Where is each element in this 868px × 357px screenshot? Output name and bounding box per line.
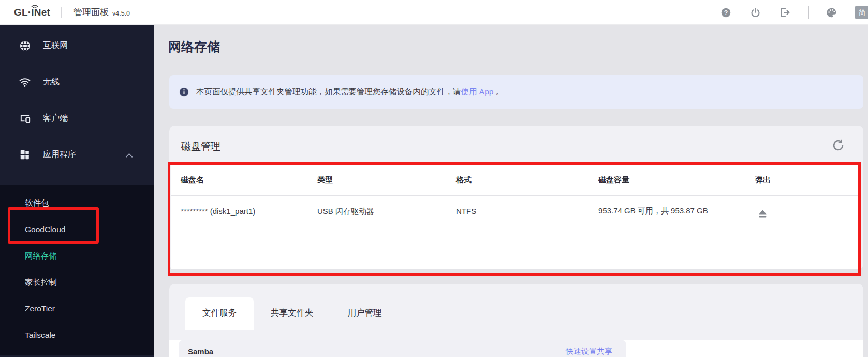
disk-format-cell: NTFS [456, 207, 598, 221]
sidebar-item-internet[interactable]: 互联网 [0, 27, 154, 64]
storage-services-card: 文件服务 共享文件夹 用户管理 Samba 快速设置共享 [169, 284, 863, 357]
devices-icon [19, 112, 31, 124]
language-button[interactable]: 简 [855, 6, 868, 19]
sidebar-nav: 互联网 无线 客户端 应用程序 软件包 GoodCloud 网 [0, 25, 154, 357]
col-header-type: 类型 [317, 175, 456, 185]
disk-table-header: 磁盘名 类型 格式 磁盘容量 弹出 [171, 165, 858, 196]
banner-text-before: 本页面仅提供共享文件夹管理功能，如果需要管理您存储设备内的文件，请 [196, 87, 461, 96]
svg-text:?: ? [724, 9, 727, 16]
tab-shared-folders[interactable]: 共享文件夹 [254, 297, 331, 330]
tab-file-services[interactable]: 文件服务 [185, 297, 254, 330]
col-header-eject: 弹出 [755, 175, 847, 185]
top-header: GL·iNet 管理面板 v4.5.0 ? 简 [0, 0, 868, 25]
sidebar-item-wireless[interactable]: 无线 [0, 64, 154, 100]
disk-name-cell: ********* (disk1_part1) [181, 207, 317, 221]
panel-version: v4.5.0 [112, 10, 130, 17]
samba-section: Samba 快速设置共享 [179, 340, 626, 357]
disk-capacity-cell: 953.74 GB 可用，共 953.87 GB [598, 205, 723, 221]
app-window: GL·iNet 管理面板 v4.5.0 ? 简 [0, 0, 868, 357]
applications-submenu: 软件包 GoodCloud 网络存储 家长控制 ZeroTier Tailsca… [0, 185, 154, 355]
col-header-format: 格式 [456, 175, 598, 185]
banner-text-after: 。 [493, 87, 504, 96]
sidebar-item-tailscale[interactable]: Tailscale [0, 322, 154, 348]
sidebar-item-label: 互联网 [43, 40, 68, 51]
help-icon[interactable]: ? [720, 7, 731, 18]
logout-icon[interactable] [779, 7, 790, 18]
tab-user-management[interactable]: 用户管理 [331, 297, 399, 330]
sidebar-item-label: 无线 [43, 77, 60, 88]
logo-wifi-arcs-icon [31, 4, 39, 9]
sidebar-item-parental-control[interactable]: 家长控制 [0, 269, 154, 295]
disk-table-row: ********* (disk1_part1) USB 闪存驱动器 NTFS 9… [171, 196, 858, 221]
palette-icon[interactable] [826, 7, 837, 18]
tab-strip: 文件服务 共享文件夹 用户管理 [169, 284, 863, 330]
wifi-icon [19, 76, 31, 88]
page-title: 网络存储 [168, 38, 220, 55]
disk-card-title: 磁盘管理 [181, 140, 220, 153]
col-header-capacity: 磁盘容量 [598, 175, 755, 185]
chevron-up-icon [125, 151, 133, 160]
use-app-link[interactable]: 使用 App [461, 87, 494, 96]
power-icon[interactable] [749, 7, 761, 18]
header-divider [61, 7, 62, 18]
glinet-logo: GL·iNet [14, 7, 50, 18]
file-services-panel: Samba 快速设置共享 [169, 340, 863, 357]
sidebar-item-zerotier[interactable]: ZeroTier [0, 295, 154, 322]
header-actions: ? 简 [720, 0, 868, 25]
info-banner: 本页面仅提供共享文件夹管理功能，如果需要管理您存储设备内的文件，请使用 App … [169, 75, 863, 109]
refresh-icon[interactable] [831, 138, 845, 152]
sidebar-item-label: 应用程序 [43, 149, 76, 160]
sidebar-item-plugins[interactable]: 软件包 [0, 190, 154, 216]
disk-management-card: 磁盘管理 磁盘名 类型 格式 磁盘容量 弹出 ********* (disk1_… [169, 126, 863, 269]
sidebar-item-goodcloud[interactable]: GoodCloud [0, 216, 154, 242]
sidebar-item-clients[interactable]: 客户端 [0, 100, 154, 136]
samba-title: Samba [188, 347, 213, 356]
apps-grid-icon [19, 148, 31, 161]
sidebar-item-network-storage[interactable]: 网络存储 [0, 242, 154, 269]
quick-share-setup-link[interactable]: 快速设置共享 [566, 347, 612, 356]
disk-table: 磁盘名 类型 格式 磁盘容量 弹出 ********* (disk1_part1… [171, 165, 858, 269]
panel-title: 管理面板 [73, 6, 109, 18]
eject-icon[interactable] [755, 208, 770, 221]
globe-icon [19, 39, 31, 52]
sidebar-item-applications[interactable]: 应用程序 [0, 136, 154, 173]
info-icon [179, 87, 189, 97]
sidebar-item-label: 客户端 [43, 113, 68, 124]
disk-type-cell: USB 闪存驱动器 [317, 207, 456, 221]
col-header-disk-name: 磁盘名 [181, 175, 317, 185]
banner-text: 本页面仅提供共享文件夹管理功能，如果需要管理您存储设备内的文件，请使用 App … [196, 87, 504, 97]
header-vertical-divider [808, 6, 809, 19]
